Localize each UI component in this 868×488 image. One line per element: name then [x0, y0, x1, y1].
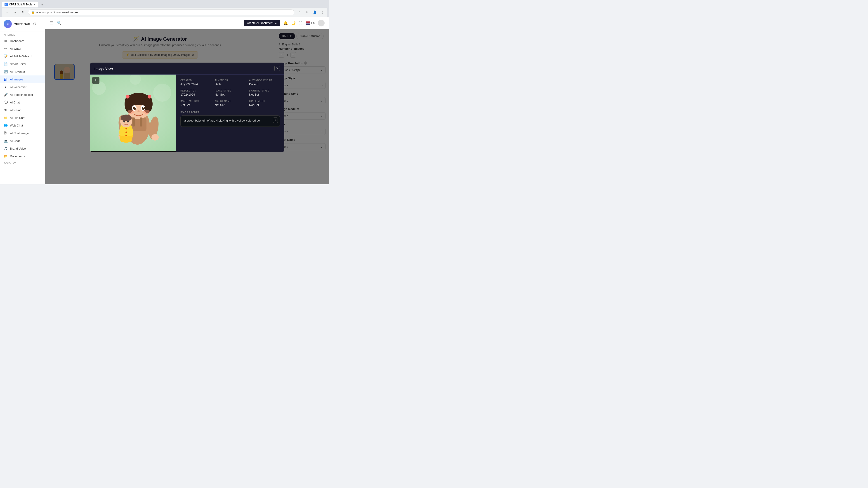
ai-vision-icon: 👁 [4, 108, 8, 112]
sidebar-label-ai-speech: AI Speech to Text [10, 93, 33, 96]
reload-button[interactable]: ↻ [20, 9, 26, 15]
notifications-button[interactable]: 🔔 [283, 21, 288, 25]
sidebar-item-ai-chat[interactable]: 💬 AI Chat [0, 98, 45, 106]
tab-close-button[interactable]: ✕ [33, 3, 35, 6]
ai-vendor-label: AI VENDOR [215, 79, 246, 82]
new-tab-button[interactable]: + [39, 1, 45, 8]
svg-rect-39 [140, 118, 143, 127]
modal-overlay[interactable]: Image View ✕ [45, 29, 329, 184]
artist-name-info: ARTIST NAME Not Set [215, 100, 246, 107]
svg-point-14 [128, 93, 149, 105]
sidebar-item-ai-speech[interactable]: 🎤 AI Speech to Text [0, 91, 45, 98]
sidebar-item-dashboard[interactable]: ⊞ Dashboard [0, 37, 45, 45]
account-label: ACCOUNT [0, 160, 45, 166]
svg-point-37 [125, 135, 127, 136]
svg-point-16 [148, 95, 151, 98]
bookmark-button[interactable]: ☆ [296, 9, 303, 15]
image-mood-value: Not Set [249, 103, 280, 107]
sidebar-label-ai-chat: AI Chat [10, 101, 20, 104]
created-label: CREATED [180, 79, 211, 82]
article-wizard-icon: 📝 [4, 55, 8, 58]
svg-point-22 [143, 107, 145, 108]
nav-actions: ☆ ⬇ 👤 ⋮ [296, 9, 326, 15]
sidebar-item-ai-code[interactable]: 💻 AI Code [0, 137, 45, 144]
info-grid: CREATED July 03, 2024 AI VENDOR Dalle AI… [180, 79, 280, 107]
sidebar-label-web-chat: Web Chat [10, 124, 23, 127]
address-bar[interactable]: 🔒 aitools.cprtsoft.com/user/images [28, 9, 294, 15]
menu-button[interactable]: ⋮ [319, 9, 326, 15]
tab-favicon: C [4, 3, 8, 6]
sidebar-label-documents: Documents [10, 155, 25, 158]
image-mood-label: IMAGE MOOD [249, 100, 280, 102]
fullscreen-button[interactable]: ⛶ [299, 21, 303, 25]
svg-point-32 [121, 115, 131, 121]
ai-vendor-value: Dalle [215, 83, 246, 86]
sidebar-item-web-chat[interactable]: 🌐 Web Chat [0, 122, 45, 129]
web-chat-icon: 🌐 [4, 124, 8, 127]
sidebar-label-dashboard: Dashboard [10, 39, 24, 43]
back-button[interactable]: ← [4, 9, 10, 15]
image-style-value: Not Set [215, 93, 246, 96]
sidebar-item-smart-editor[interactable]: 📄 Smart Editor [0, 60, 45, 68]
download-button[interactable]: ⬇ [304, 9, 310, 15]
svg-point-23 [127, 110, 134, 114]
menu-toggle-button[interactable]: ☰ [50, 21, 53, 26]
svg-point-25 [137, 110, 140, 112]
logo: C CPRT Soft ⚙ [0, 17, 45, 31]
app-container: C CPRT Soft ⚙ AI PANEL ⊞ Dashboard ✏ AI … [0, 17, 329, 184]
download-button-overlay[interactable]: ⬇ [92, 77, 99, 84]
user-avatar[interactable] [318, 20, 324, 26]
main-wrapper: ☰ 🔍 Create AI Document ⌄ 🔔 🌙 ⛶ En [45, 17, 329, 184]
modal-body: ⬇ CREATED July 03, 2024 [90, 74, 284, 152]
sidebar-item-documents[interactable]: 📂 Documents › [0, 152, 45, 160]
ai-engine-value: Dalle 3 [249, 83, 280, 86]
create-document-button[interactable]: Create AI Document ⌄ [244, 20, 280, 26]
sidebar-item-ai-vision[interactable]: 👁 AI Vision [0, 106, 45, 114]
image-medium-label: IMAGE MEDIUM [180, 100, 211, 102]
svg-point-15 [126, 95, 129, 98]
theme-toggle-button[interactable]: 🌙 [291, 21, 296, 25]
sidebar-item-ai-article-wizard[interactable]: 📝 AI Article Wizard [0, 53, 45, 60]
modal-close-button[interactable]: ✕ [274, 66, 280, 71]
resolution-label: RESOLUTION [180, 90, 211, 92]
created-value: July 03, 2024 [180, 83, 211, 86]
sidebar-label-ai-code: AI Code [10, 139, 21, 142]
documents-chevron-icon: › [41, 155, 41, 158]
sidebar-label-article-wizard: AI Article Wizard [10, 55, 31, 58]
modal-info-section: CREATED July 03, 2024 AI VENDOR Dalle AI… [176, 74, 284, 152]
image-medium-info: IMAGE MEDIUM Not Set [180, 100, 211, 107]
create-doc-chevron-icon: ⌄ [275, 21, 277, 25]
sidebar-label-ai-images: AI Images [10, 78, 23, 81]
sidebar-item-ai-voiceover[interactable]: 🎙 AI Voiceover › [0, 83, 45, 91]
image-style-label: IMAGE STYLE [215, 90, 246, 92]
header-search-button[interactable]: 🔍 [57, 21, 61, 25]
sidebar-item-brand-voice[interactable]: 🎵 Brand Voice [0, 144, 45, 152]
sidebar-label-ai-vision: AI Vision [10, 108, 22, 112]
forward-button[interactable]: → [12, 9, 18, 15]
language-selector[interactable]: En [306, 21, 315, 25]
lighting-style-info: LIGHTING STYLE Not Set [249, 90, 280, 96]
resolution-value: 1792x1024 [180, 93, 211, 96]
sidebar-item-ai-file-chat[interactable]: 📁 AI File Chat [0, 114, 45, 122]
modal-header: Image View ✕ [90, 63, 284, 74]
browser-chrome: C CPRT Soft AI Tools ✕ + ← → ↻ 🔒 aitools… [0, 0, 329, 17]
brand-voice-icon: 🎵 [4, 147, 8, 150]
svg-point-29 [151, 134, 159, 140]
ai-code-icon: 💻 [4, 139, 8, 142]
sidebar-item-ai-writer[interactable]: ✏ AI Writer [0, 45, 45, 53]
image-view-modal: Image View ✕ [90, 63, 284, 152]
image-prompt-section: IMAGE PROMPT a sweet baby girl of age 4 … [180, 111, 280, 127]
ai-engine-info: AI VENDOR ENGINE Dalle 3 [249, 79, 280, 86]
copy-prompt-button[interactable]: ⎘ [273, 118, 278, 123]
browser-tabs: C CPRT Soft AI Tools ✕ + [2, 1, 327, 8]
svg-point-36 [125, 131, 127, 133]
profile-button[interactable]: 👤 [311, 9, 318, 15]
active-tab[interactable]: C CPRT Soft AI Tools ✕ [2, 2, 38, 7]
browser-nav: ← → ↻ 🔒 aitools.cprtsoft.com/user/images… [2, 8, 327, 17]
sidebar-item-ai-images[interactable]: 🖼 AI Images [0, 75, 45, 83]
ai-panel-label: AI PANEL [0, 31, 45, 37]
sidebar-item-ai-rewriter[interactable]: 🔄 AI ReWriter [0, 68, 45, 75]
image-mood-info: IMAGE MOOD Not Set [249, 100, 280, 107]
svg-point-7 [153, 84, 171, 102]
sidebar-item-ai-chat-image[interactable]: 🖼 AI Chat Image [0, 129, 45, 137]
